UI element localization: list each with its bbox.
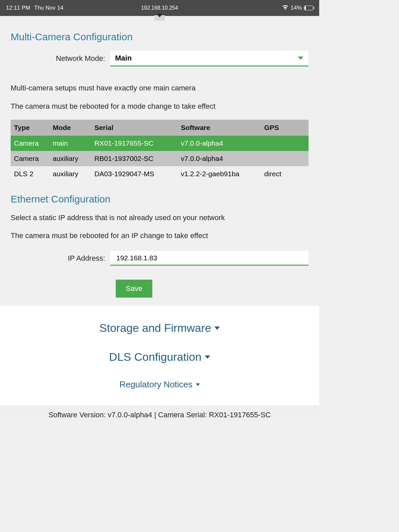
cell-serial: RB01-1937002-SC [91, 151, 178, 166]
cell-mode: auxiliary [49, 166, 91, 182]
th-serial: Serial [91, 120, 178, 136]
th-gps: GPS [261, 120, 309, 136]
battery-icon [304, 6, 313, 10]
multicam-info-1: Multi-camera setups must have exactly on… [11, 83, 309, 93]
status-date: Thu Nov 14 [34, 5, 64, 11]
th-software: Software [178, 120, 261, 136]
accordion-storage-firmware[interactable]: Storage and Firmware [0, 314, 319, 342]
cell-software: v1.2.2-2-gaeb91ba [178, 166, 261, 182]
battery-pct: 14% [291, 5, 302, 11]
accordion-dls-label: DLS Configuration [109, 350, 201, 363]
cell-mode: main [49, 136, 91, 151]
cell-serial: DA03-1929047-MS [91, 166, 178, 182]
cell-gps [261, 151, 309, 166]
cell-mode: auxiliary [49, 151, 91, 166]
cell-type: Camera [11, 151, 49, 166]
ethernet-info-2: The camera must be rebooted for an IP ch… [11, 231, 309, 241]
chevron-down-icon [205, 355, 210, 359]
th-type: Type [11, 120, 49, 136]
cell-serial: RX01-1917655-SC [91, 136, 178, 151]
th-mode: Mode [49, 120, 91, 136]
cell-type: Camera [11, 136, 49, 151]
cell-software: v7.0.0-alpha4 [178, 151, 261, 166]
cell-gps [261, 136, 309, 151]
chevron-down-icon [298, 57, 303, 60]
cell-type: DLS 2 [11, 166, 49, 182]
chevron-down-icon [196, 383, 200, 386]
accordion-regulatory-label: Regulatory Notices [119, 379, 193, 390]
network-mode-select[interactable]: Main [110, 51, 309, 66]
collapsed-section-toggle[interactable] [0, 15, 319, 22]
chevron-down-icon [214, 327, 220, 330]
accordion-regulatory[interactable]: Regulatory Notices [0, 371, 319, 398]
accordion-dls-config[interactable]: DLS Configuration [0, 342, 319, 371]
multicam-info-2: The camera must be rebooted for a mode c… [11, 101, 309, 112]
wifi-icon [282, 5, 289, 12]
ip-address-input[interactable] [116, 254, 303, 262]
accordion-storage-label: Storage and Firmware [99, 322, 211, 334]
status-bar: 12:11 PM Thu Nov 14 192.168.10.254 14% [0, 0, 319, 16]
status-time: 12:11 PM [6, 5, 30, 11]
ethernet-title: Ethernet Configuration [11, 194, 309, 205]
table-row: DLS 2auxiliaryDA03-1929047-MSv1.2.2-2-ga… [11, 166, 309, 182]
table-row: CameraauxiliaryRB01-1937002-SCv7.0.0-alp… [11, 151, 309, 166]
status-url: 192.168.10.254 [141, 5, 178, 11]
camera-table: Type Mode Serial Software GPS Cameramain… [11, 120, 309, 182]
network-mode-label: Network Mode: [11, 54, 110, 63]
table-row: CameramainRX01-1917655-SCv7.0.0-alpha4 [11, 136, 309, 151]
save-button[interactable]: Save [116, 280, 152, 298]
cell-software: v7.0.0-alpha4 [178, 136, 261, 151]
ip-address-label: IP Address: [11, 254, 110, 263]
multi-camera-title: Multi-Camera Configuration [11, 31, 309, 43]
network-mode-value: Main [115, 54, 132, 63]
ethernet-info-1: Select a static IP address that is not a… [11, 213, 309, 223]
cell-gps: direct [261, 166, 309, 182]
footer-version: Software Version: v7.0.0-alpha4 | Camera… [0, 406, 319, 421]
